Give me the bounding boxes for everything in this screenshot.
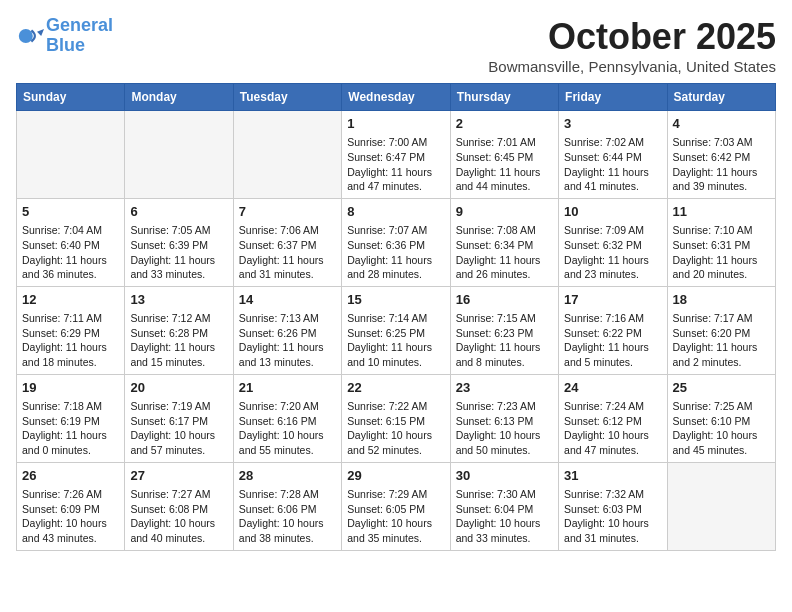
svg-point-0 (19, 29, 33, 43)
table-row: 3Sunrise: 7:02 AMSunset: 6:44 PMDaylight… (559, 111, 667, 199)
sunset-line: Sunset: 6:17 PM (130, 414, 227, 429)
sunset-line: Sunset: 6:09 PM (22, 502, 119, 517)
week-row: 5Sunrise: 7:04 AMSunset: 6:40 PMDaylight… (17, 198, 776, 286)
table-row: 31Sunrise: 7:32 AMSunset: 6:03 PMDayligh… (559, 462, 667, 550)
day-number: 11 (673, 203, 770, 221)
col-friday: Friday (559, 84, 667, 111)
week-row: 19Sunrise: 7:18 AMSunset: 6:19 PMDayligh… (17, 374, 776, 462)
sunrise-line: Sunrise: 7:16 AM (564, 311, 661, 326)
daylight-line: Daylight: 11 hours and 13 minutes. (239, 340, 336, 369)
daylight-line: Daylight: 11 hours and 41 minutes. (564, 165, 661, 194)
sunset-line: Sunset: 6:44 PM (564, 150, 661, 165)
table-row: 18Sunrise: 7:17 AMSunset: 6:20 PMDayligh… (667, 286, 775, 374)
sunrise-line: Sunrise: 7:26 AM (22, 487, 119, 502)
calendar-header: Sunday Monday Tuesday Wednesday Thursday… (17, 84, 776, 111)
daylight-line: Daylight: 10 hours and 43 minutes. (22, 516, 119, 545)
day-number: 31 (564, 467, 661, 485)
daylight-line: Daylight: 11 hours and 5 minutes. (564, 340, 661, 369)
day-number: 17 (564, 291, 661, 309)
table-row: 23Sunrise: 7:23 AMSunset: 6:13 PMDayligh… (450, 374, 558, 462)
day-number: 5 (22, 203, 119, 221)
sunrise-line: Sunrise: 7:24 AM (564, 399, 661, 414)
sunset-line: Sunset: 6:15 PM (347, 414, 444, 429)
col-saturday: Saturday (667, 84, 775, 111)
sunrise-line: Sunrise: 7:15 AM (456, 311, 553, 326)
sunrise-line: Sunrise: 7:20 AM (239, 399, 336, 414)
table-row: 1Sunrise: 7:00 AMSunset: 6:47 PMDaylight… (342, 111, 450, 199)
daylight-line: Daylight: 11 hours and 31 minutes. (239, 253, 336, 282)
day-number: 24 (564, 379, 661, 397)
logo-line2: Blue (46, 35, 85, 55)
sunset-line: Sunset: 6:45 PM (456, 150, 553, 165)
daylight-line: Daylight: 10 hours and 40 minutes. (130, 516, 227, 545)
table-row: 6Sunrise: 7:05 AMSunset: 6:39 PMDaylight… (125, 198, 233, 286)
daylight-line: Daylight: 10 hours and 47 minutes. (564, 428, 661, 457)
day-number: 14 (239, 291, 336, 309)
daylight-line: Daylight: 11 hours and 23 minutes. (564, 253, 661, 282)
sunrise-line: Sunrise: 7:14 AM (347, 311, 444, 326)
daylight-line: Daylight: 11 hours and 28 minutes. (347, 253, 444, 282)
sunrise-line: Sunrise: 7:30 AM (456, 487, 553, 502)
sunset-line: Sunset: 6:04 PM (456, 502, 553, 517)
daylight-line: Daylight: 11 hours and 0 minutes. (22, 428, 119, 457)
day-number: 18 (673, 291, 770, 309)
col-wednesday: Wednesday (342, 84, 450, 111)
table-row: 28Sunrise: 7:28 AMSunset: 6:06 PMDayligh… (233, 462, 341, 550)
sunset-line: Sunset: 6:05 PM (347, 502, 444, 517)
svg-marker-1 (37, 29, 44, 36)
day-number: 8 (347, 203, 444, 221)
table-row: 20Sunrise: 7:19 AMSunset: 6:17 PMDayligh… (125, 374, 233, 462)
table-row: 27Sunrise: 7:27 AMSunset: 6:08 PMDayligh… (125, 462, 233, 550)
sunrise-line: Sunrise: 7:09 AM (564, 223, 661, 238)
table-row: 5Sunrise: 7:04 AMSunset: 6:40 PMDaylight… (17, 198, 125, 286)
sunset-line: Sunset: 6:19 PM (22, 414, 119, 429)
sunset-line: Sunset: 6:23 PM (456, 326, 553, 341)
calendar-body: 1Sunrise: 7:00 AMSunset: 6:47 PMDaylight… (17, 111, 776, 551)
table-row (125, 111, 233, 199)
day-number: 19 (22, 379, 119, 397)
week-row: 1Sunrise: 7:00 AMSunset: 6:47 PMDaylight… (17, 111, 776, 199)
col-tuesday: Tuesday (233, 84, 341, 111)
table-row: 25Sunrise: 7:25 AMSunset: 6:10 PMDayligh… (667, 374, 775, 462)
table-row: 12Sunrise: 7:11 AMSunset: 6:29 PMDayligh… (17, 286, 125, 374)
sunrise-line: Sunrise: 7:27 AM (130, 487, 227, 502)
day-number: 26 (22, 467, 119, 485)
day-number: 29 (347, 467, 444, 485)
sunset-line: Sunset: 6:34 PM (456, 238, 553, 253)
calendar-table: Sunday Monday Tuesday Wednesday Thursday… (16, 83, 776, 551)
daylight-line: Daylight: 11 hours and 47 minutes. (347, 165, 444, 194)
sunset-line: Sunset: 6:31 PM (673, 238, 770, 253)
sunrise-line: Sunrise: 7:00 AM (347, 135, 444, 150)
day-number: 30 (456, 467, 553, 485)
day-number: 21 (239, 379, 336, 397)
daylight-line: Daylight: 11 hours and 44 minutes. (456, 165, 553, 194)
day-number: 15 (347, 291, 444, 309)
daylight-line: Daylight: 11 hours and 39 minutes. (673, 165, 770, 194)
daylight-line: Daylight: 10 hours and 55 minutes. (239, 428, 336, 457)
table-row: 24Sunrise: 7:24 AMSunset: 6:12 PMDayligh… (559, 374, 667, 462)
day-number: 23 (456, 379, 553, 397)
sunrise-line: Sunrise: 7:19 AM (130, 399, 227, 414)
sunset-line: Sunset: 6:36 PM (347, 238, 444, 253)
sunrise-line: Sunrise: 7:32 AM (564, 487, 661, 502)
table-row: 8Sunrise: 7:07 AMSunset: 6:36 PMDaylight… (342, 198, 450, 286)
week-row: 12Sunrise: 7:11 AMSunset: 6:29 PMDayligh… (17, 286, 776, 374)
sunrise-line: Sunrise: 7:03 AM (673, 135, 770, 150)
sunset-line: Sunset: 6:28 PM (130, 326, 227, 341)
daylight-line: Daylight: 11 hours and 26 minutes. (456, 253, 553, 282)
daylight-line: Daylight: 11 hours and 33 minutes. (130, 253, 227, 282)
header-row: Sunday Monday Tuesday Wednesday Thursday… (17, 84, 776, 111)
table-row: 26Sunrise: 7:26 AMSunset: 6:09 PMDayligh… (17, 462, 125, 550)
month-title: October 2025 (488, 16, 776, 58)
sunrise-line: Sunrise: 7:01 AM (456, 135, 553, 150)
daylight-line: Daylight: 11 hours and 2 minutes. (673, 340, 770, 369)
table-row: 14Sunrise: 7:13 AMSunset: 6:26 PMDayligh… (233, 286, 341, 374)
table-row: 21Sunrise: 7:20 AMSunset: 6:16 PMDayligh… (233, 374, 341, 462)
daylight-line: Daylight: 10 hours and 52 minutes. (347, 428, 444, 457)
daylight-line: Daylight: 11 hours and 36 minutes. (22, 253, 119, 282)
sunrise-line: Sunrise: 7:13 AM (239, 311, 336, 326)
sunset-line: Sunset: 6:37 PM (239, 238, 336, 253)
sunset-line: Sunset: 6:40 PM (22, 238, 119, 253)
table-row (17, 111, 125, 199)
daylight-line: Daylight: 10 hours and 57 minutes. (130, 428, 227, 457)
